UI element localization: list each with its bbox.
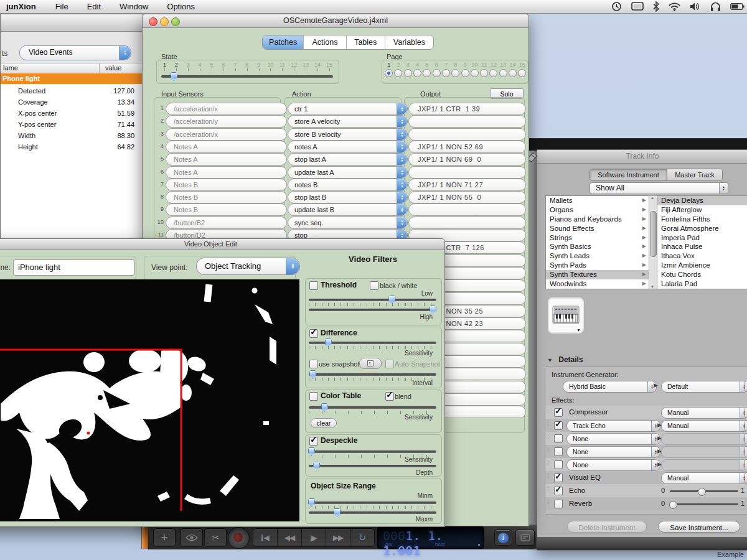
max-slider-thumb[interactable] — [334, 508, 341, 517]
category-item[interactable]: Strings▶ — [546, 233, 649, 243]
record-button[interactable] — [228, 527, 250, 549]
menu-item-edit[interactable]: Edit — [78, 2, 110, 11]
drag-handle[interactable]: ⁞ — [547, 433, 550, 440]
depth-slider-thumb[interactable] — [313, 462, 320, 470]
sensor-field[interactable]: Notes A — [166, 153, 287, 166]
instrument-item[interactable]: Imperia Pad — [657, 233, 747, 243]
go-to-beginning-button[interactable]: ◀ — [253, 529, 278, 546]
effect-level-slider[interactable] — [670, 490, 738, 492]
category-item[interactable]: Organs▶ — [546, 205, 649, 215]
instrument-item[interactable]: Kotu Chords — [657, 270, 747, 279]
auto-snapshot-checkbox[interactable] — [385, 360, 394, 368]
add-track-button[interactable]: + — [153, 528, 176, 547]
action-select[interactable]: store B velocity▲▼ — [288, 128, 408, 141]
edit-effect-button[interactable] — [745, 407, 747, 418]
edit-effect-button[interactable] — [745, 459, 747, 470]
effect-dropdown[interactable]: None▲▼ — [566, 446, 660, 458]
selected-object-row[interactable]: Phone light — [1, 73, 143, 84]
drag-handle[interactable]: ⁞ — [547, 498, 550, 505]
output-field[interactable]: JXP1/ 1 NON 55 0 — [408, 191, 526, 203]
effect-checkbox[interactable] — [554, 447, 563, 456]
instrument-item[interactable]: Fontelina Fifths — [657, 215, 747, 224]
details-disclosure[interactable]: ▼ Details — [547, 355, 583, 364]
sensor-field[interactable]: /acceleration/y — [166, 115, 287, 128]
track-editor-button[interactable]: ✂ — [204, 528, 227, 547]
effect-dropdown[interactable]: Manual▲▼ — [661, 420, 747, 432]
black-white-checkbox[interactable] — [370, 281, 378, 290]
output-field[interactable] — [408, 166, 526, 179]
value-row[interactable]: Y-pos center71.44 — [1, 119, 143, 130]
sensor-field[interactable]: Notes B — [166, 179, 287, 191]
difference-sensitivity-slider[interactable] — [309, 342, 436, 344]
instrument-icon-well[interactable]: ▼ — [547, 297, 585, 334]
output-field[interactable]: JXP1/ 1 NON 71 27 — [408, 179, 526, 191]
drag-handle[interactable]: ⁞ — [547, 407, 550, 414]
use-snapshot-checkbox[interactable] — [309, 360, 318, 368]
difference-checkbox[interactable] — [309, 329, 318, 338]
effect-dropdown[interactable]: Manual▲▼ — [661, 472, 747, 484]
color-sensitivity-slider[interactable] — [309, 406, 436, 409]
info-button[interactable]: i — [494, 530, 512, 546]
instrument-item[interactable]: Inhaca Pulse — [657, 242, 747, 251]
value-row[interactable]: Height64.82 — [1, 141, 143, 152]
sensor-field[interactable]: Notes A — [166, 141, 287, 153]
high-slider-thumb[interactable] — [430, 306, 436, 314]
blend-checkbox[interactable] — [385, 392, 394, 401]
tab-software-instrument[interactable]: Software Instrument — [590, 169, 667, 180]
edit-generator-button[interactable] — [745, 381, 747, 392]
effect-level-slider[interactable] — [670, 503, 738, 505]
edit-effect-button[interactable] — [745, 446, 747, 457]
lcd-mode-button[interactable] — [515, 530, 535, 546]
loop-browser-button[interactable] — [181, 528, 203, 547]
tab-master-track[interactable]: Master Track — [667, 169, 722, 180]
clear-button[interactable]: clear — [311, 418, 337, 428]
action-select[interactable]: sync seq.▲▼ — [288, 217, 408, 229]
cycle-button[interactable]: ↻ — [350, 529, 374, 546]
instrument-item[interactable]: Devja Delays — [657, 196, 747, 205]
interval-slider[interactable] — [309, 373, 436, 376]
action-select[interactable]: ctr 1▲▼ — [288, 103, 408, 115]
volume-icon[interactable] — [690, 2, 701, 11]
category-item[interactable]: Mallets▶ — [546, 196, 649, 205]
despeckle-checkbox[interactable] — [309, 437, 318, 446]
output-field[interactable] — [408, 217, 526, 229]
action-select[interactable]: stop last A▲▼ — [288, 153, 408, 166]
instrument-item[interactable]: Lalaria Pad — [657, 279, 747, 289]
time-machine-icon[interactable] — [611, 1, 622, 12]
effect-checkbox[interactable] — [554, 500, 563, 508]
generator-preset-dropdown[interactable]: Default ▲▼ — [661, 381, 747, 393]
scrollbar-thumb[interactable] — [650, 211, 657, 257]
threshold-low-slider[interactable] — [309, 299, 436, 301]
edit-effect-button[interactable] — [745, 472, 747, 483]
value-column-header[interactable]: value — [105, 64, 121, 72]
time-display[interactable]: 0001. 1. 1.001 bar beat — [377, 526, 484, 549]
save-instrument-button[interactable]: Save Instrument... — [658, 521, 740, 533]
effect-checkbox[interactable] — [554, 474, 563, 482]
color-table-checkbox[interactable] — [309, 392, 318, 401]
name-column-header[interactable]: lame — [3, 64, 18, 72]
output-field[interactable] — [408, 128, 526, 141]
edit-effect-button[interactable] — [745, 433, 747, 444]
category-item[interactable]: Synth Pads▶ — [546, 261, 649, 270]
edit-effect-button[interactable] — [745, 420, 747, 431]
sensor-field[interactable]: /acceleration/x — [166, 103, 287, 115]
column-divider[interactable] — [99, 63, 100, 73]
despeckle-depth-slider[interactable] — [309, 465, 436, 467]
delete-instrument-button[interactable]: Delete Instrument — [567, 521, 647, 533]
sensor-field[interactable]: Notes B — [166, 191, 287, 203]
effect-checkbox[interactable] — [554, 421, 563, 430]
category-item[interactable]: Woodwinds▶ — [546, 279, 649, 289]
threshold-high-slider[interactable] — [309, 309, 436, 311]
output-field[interactable] — [408, 203, 526, 216]
rewind-button[interactable]: ◀◀ — [278, 529, 302, 546]
value-row[interactable]: Detected127.00 — [1, 85, 143, 96]
effect-preset-dropdown-empty[interactable]: ▲▼ — [661, 459, 747, 471]
effect-checkbox[interactable] — [554, 408, 563, 417]
effect-dropdown[interactable]: Track Echo▲▼ — [566, 420, 660, 432]
action-select[interactable]: notes A▲▼ — [288, 141, 408, 153]
action-select[interactable]: stop last B▲▼ — [288, 191, 408, 203]
drag-handle[interactable]: ⁞ — [547, 420, 550, 427]
category-item[interactable]: Synth Leads▶ — [546, 251, 649, 261]
headphones-icon[interactable] — [710, 2, 721, 12]
table-header[interactable]: lame value — [1, 63, 143, 74]
